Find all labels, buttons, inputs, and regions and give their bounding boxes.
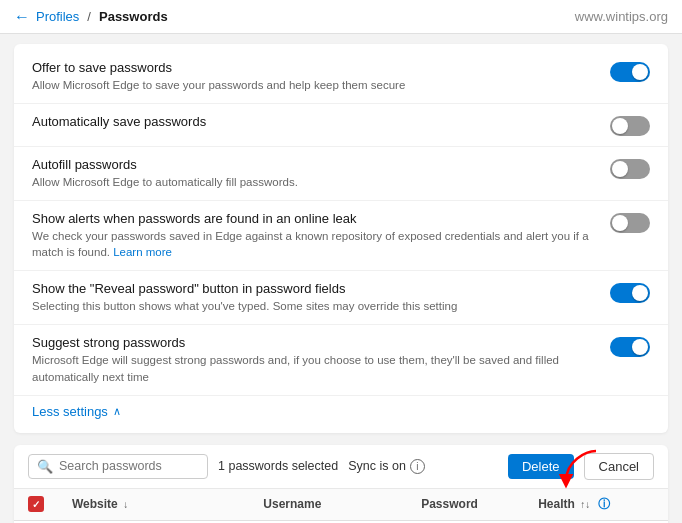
th-actions: [624, 489, 668, 521]
setting-title-leak-alerts: Show alerts when passwords are found in …: [32, 211, 600, 226]
th-health-label: Health: [538, 497, 575, 511]
toggle-offer-save[interactable]: [610, 62, 650, 82]
toggle-auto-save[interactable]: [610, 116, 650, 136]
password-table: Website ↓ Username Password Health ↑↓: [14, 489, 668, 523]
select-all-checkbox[interactable]: [28, 496, 44, 512]
chevron-up-icon: ∧: [113, 405, 121, 418]
setting-title-strong-pw: Suggest strong passwords: [32, 335, 600, 350]
breadcrumb-sep: /: [87, 9, 91, 24]
setting-title-reveal-btn: Show the "Reveal password" button in pas…: [32, 281, 600, 296]
th-health: Health ↑↓ ⓘ: [524, 489, 624, 521]
breadcrumb-profiles[interactable]: Profiles: [36, 9, 79, 24]
breadcrumb-passwords: Passwords: [99, 9, 168, 24]
th-username: Username: [249, 489, 407, 521]
setting-title-autofill: Autofill passwords: [32, 157, 600, 172]
th-website: Website ↓: [58, 489, 249, 521]
health-info-icon[interactable]: ⓘ: [598, 497, 610, 511]
setting-desc-autofill: Allow Microsoft Edge to automatically fi…: [32, 174, 600, 190]
setting-desc-strong-pw: Microsoft Edge will suggest strong passw…: [32, 352, 600, 384]
table-header-row: Website ↓ Username Password Health ↑↓: [14, 489, 668, 521]
info-icon[interactable]: i: [410, 459, 425, 474]
search-icon: 🔍: [37, 459, 53, 474]
setting-desc-reveal-btn: Selecting this button shows what you've …: [32, 298, 600, 314]
th-password-label: Password: [421, 497, 478, 511]
website-sort-icon[interactable]: ↓: [123, 499, 128, 510]
toggle-leak-alerts[interactable]: [610, 213, 650, 233]
setting-row-leak-alerts: Show alerts when passwords are found in …: [14, 201, 668, 271]
selected-count: 1 passwords selected: [218, 459, 338, 473]
setting-title-auto-save: Automatically save passwords: [32, 114, 600, 129]
th-password: Password: [407, 489, 524, 521]
learn-more-link[interactable]: Learn more: [113, 246, 172, 258]
health-sort-icon[interactable]: ↑↓: [580, 499, 590, 510]
toggle-reveal-btn[interactable]: [610, 283, 650, 303]
less-settings-link[interactable]: Less settings: [32, 404, 108, 419]
main-content: Offer to save passwords Allow Microsoft …: [0, 34, 682, 523]
delete-button[interactable]: Delete: [508, 454, 574, 479]
th-website-label: Website: [72, 497, 118, 511]
password-card: 🔍 1 passwords selected Sync is on i Dele…: [14, 445, 668, 523]
settings-card: Offer to save passwords Allow Microsoft …: [14, 44, 668, 433]
setting-title-offer-save: Offer to save passwords: [32, 60, 600, 75]
setting-row-reveal-btn: Show the "Reveal password" button in pas…: [14, 271, 668, 325]
th-username-label: Username: [263, 497, 321, 511]
delete-button-wrapper: Delete: [508, 454, 574, 479]
cancel-button[interactable]: Cancel: [584, 453, 654, 480]
password-toolbar: 🔍 1 passwords selected Sync is on i Dele…: [14, 445, 668, 489]
toggle-autofill[interactable]: [610, 159, 650, 179]
th-check: [14, 489, 58, 521]
top-bar: ← Profiles / Passwords www.wintips.org: [0, 0, 682, 34]
sync-area: Sync is on i: [348, 459, 425, 474]
setting-row-autofill: Autofill passwords Allow Microsoft Edge …: [14, 147, 668, 201]
watermark: www.wintips.org: [575, 9, 668, 24]
setting-desc-offer-save: Allow Microsoft Edge to save your passwo…: [32, 77, 600, 93]
search-input[interactable]: [59, 459, 179, 473]
setting-desc-leak-alerts: We check your passwords saved in Edge ag…: [32, 228, 600, 260]
toggle-strong-pw[interactable]: [610, 337, 650, 357]
search-box[interactable]: 🔍: [28, 454, 208, 479]
table-wrapper: Website ↓ Username Password Health ↑↓: [14, 489, 668, 523]
setting-row-offer-save: Offer to save passwords Allow Microsoft …: [14, 50, 668, 104]
back-arrow[interactable]: ←: [14, 8, 30, 26]
sync-label: Sync is on: [348, 459, 406, 473]
setting-row-auto-save: Automatically save passwords: [14, 104, 668, 147]
less-settings-row: Less settings ∧: [14, 396, 668, 427]
setting-row-strong-pw: Suggest strong passwords Microsoft Edge …: [14, 325, 668, 395]
